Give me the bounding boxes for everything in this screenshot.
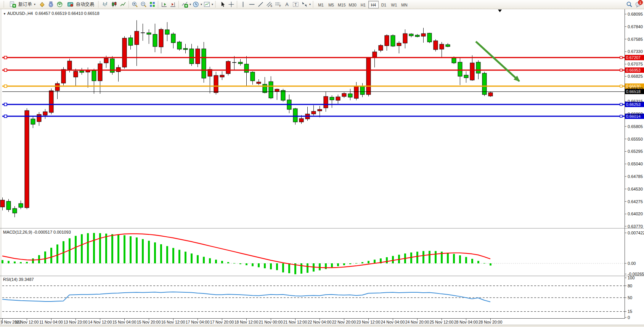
periods-icon[interactable] xyxy=(191,0,200,8)
new-order-button[interactable]: 新订单 ▾ xyxy=(6,0,37,8)
time-tick-label[interactable]: 18 Nov 12:00 xyxy=(234,320,259,324)
toolbar-grip[interactable] xyxy=(215,1,217,8)
zoom-out-icon[interactable] xyxy=(139,0,148,8)
toolbar-grip[interactable] xyxy=(98,1,100,8)
bullish-candle xyxy=(415,35,419,37)
time-tick-label[interactable]: 24 Nov 20:00 xyxy=(405,320,429,324)
time-tick-label[interactable]: 13 Nov 23:00 xyxy=(64,320,88,324)
time-tick-label[interactable]: 10 Nov 12:00 xyxy=(15,320,39,324)
timeframe-m5[interactable]: M5 xyxy=(326,1,336,8)
time-tick-label[interactable]: 21 Nov 12:00 xyxy=(283,320,307,324)
text-label-icon[interactable]: T xyxy=(291,0,300,8)
crosshair-icon[interactable] xyxy=(227,0,235,8)
auto-trading-button[interactable]: 自动交易 xyxy=(64,0,96,8)
timeframe-m15[interactable]: M15 xyxy=(336,1,347,8)
macd-histogram-bar xyxy=(288,263,290,273)
time-tick-label[interactable]: 24 Nov 04:00 xyxy=(381,320,405,324)
bullish-candle xyxy=(446,45,450,46)
timeframe-d1[interactable]: D1 xyxy=(379,1,389,8)
time-tick-label[interactable]: 28 Nov 04:00 xyxy=(454,320,478,324)
timeframe-mn[interactable]: MN xyxy=(399,1,410,8)
toolbar-grip[interactable] xyxy=(312,1,314,8)
time-tick-label[interactable]: 22 Nov 04:00 xyxy=(308,320,332,324)
vertical-line-icon[interactable] xyxy=(239,0,247,8)
notifications-button[interactable]: 1 xyxy=(634,0,642,8)
macd-histogram-bar xyxy=(93,233,95,263)
time-tick-label[interactable]: 21 Nov 00:00 xyxy=(259,320,283,324)
time-tick-label[interactable]: 15 Nov 04:00 xyxy=(112,320,137,324)
macd-histogram-bar xyxy=(361,262,363,263)
time-tick-label[interactable]: 17 Nov 20:00 xyxy=(210,320,234,324)
time-tick-label[interactable]: 28 Nov 20:00 xyxy=(479,320,503,324)
trendline-icon[interactable] xyxy=(256,0,265,8)
price-tick-label: 0.67330 xyxy=(628,49,643,54)
search-icon[interactable] xyxy=(625,0,633,8)
indicators-icon[interactable] xyxy=(180,0,189,8)
level-handle[interactable] xyxy=(4,56,7,59)
window-menu-icon[interactable]: ▼ xyxy=(3,12,6,16)
bearish-candle xyxy=(67,61,72,69)
templates-icon[interactable] xyxy=(202,0,211,8)
bearish-candle xyxy=(275,89,279,91)
timeframe-w1[interactable]: W1 xyxy=(389,1,399,8)
time-tick-label[interactable]: 11 Nov 04:00 xyxy=(39,320,63,324)
price-tick-label: 0.67840 xyxy=(628,24,643,29)
time-tick-label[interactable]: 23 Nov 12:00 xyxy=(357,320,381,324)
macd-histogram-bar xyxy=(471,259,473,263)
candlestick-chart-icon[interactable] xyxy=(110,0,118,8)
bearish-candle xyxy=(104,58,108,63)
chart-canvas[interactable]: 0.672070.669530.666300.662530.660140.665… xyxy=(0,0,644,327)
chart-shift-icon[interactable] xyxy=(169,0,177,8)
equidistant-channel-icon[interactable]: E xyxy=(265,0,273,8)
horizontal-line-icon[interactable] xyxy=(247,0,256,8)
navigator-icon[interactable] xyxy=(55,0,64,8)
time-tick-label[interactable]: 17 Nov 04:00 xyxy=(186,320,210,324)
time-tick-label[interactable]: 16 Nov 12:00 xyxy=(161,320,185,324)
level-handle[interactable] xyxy=(620,56,622,59)
timeframe-m30[interactable]: M30 xyxy=(347,1,358,8)
level-handle[interactable] xyxy=(4,85,7,88)
text-icon[interactable]: A xyxy=(283,0,291,8)
fibonacci-icon[interactable]: F xyxy=(274,0,282,8)
market-watch-icon[interactable] xyxy=(38,0,46,8)
timeframe-h4[interactable]: H4 xyxy=(368,1,379,8)
arrows-tool-icon[interactable] xyxy=(300,0,308,8)
chart-background xyxy=(0,9,644,327)
chevron-down-icon[interactable]: ▾ xyxy=(190,3,191,6)
time-tick-label[interactable]: 25 Nov 12:00 xyxy=(430,320,454,324)
timeframe-m1[interactable]: M1 xyxy=(316,1,326,8)
bearish-candle xyxy=(336,97,340,100)
bar-chart-icon[interactable] xyxy=(101,0,109,8)
line-chart-icon[interactable] xyxy=(119,0,127,8)
macd-histogram-bar xyxy=(50,248,52,263)
bullish-candle xyxy=(293,109,297,122)
level-handle[interactable] xyxy=(4,115,7,118)
level-handle[interactable] xyxy=(620,85,622,87)
rsi-tick-label: 15 xyxy=(628,309,632,314)
chevron-down-icon[interactable]: ▾ xyxy=(201,3,202,6)
level-handle[interactable] xyxy=(4,69,7,72)
chevron-down-icon[interactable]: ▾ xyxy=(309,3,311,6)
auto-scroll-icon[interactable] xyxy=(160,0,168,8)
toolbar-grip[interactable] xyxy=(3,1,5,8)
cursor-icon[interactable] xyxy=(218,0,226,8)
time-tick-label[interactable]: 15 Nov 20:00 xyxy=(137,320,161,324)
level-handle[interactable] xyxy=(4,103,7,106)
chevron-down-icon[interactable]: ▾ xyxy=(212,3,213,6)
level-handle[interactable] xyxy=(620,115,622,117)
bearish-candle xyxy=(342,93,346,96)
level-handle[interactable] xyxy=(620,69,622,71)
macd-histogram-bar xyxy=(130,236,132,263)
time-tick-label[interactable]: 14 Nov 12:00 xyxy=(88,320,112,324)
tile-windows-icon[interactable] xyxy=(148,0,156,8)
macd-histogram-bar xyxy=(258,263,260,267)
level-handle[interactable] xyxy=(620,103,622,106)
zoom-in-icon[interactable] xyxy=(130,0,139,8)
data-window-icon[interactable] xyxy=(47,0,55,8)
rsi-tick-label: 100 xyxy=(628,276,634,280)
time-tick-label[interactable]: 22 Nov 20:00 xyxy=(332,320,356,324)
macd-tick-label: 0.00 xyxy=(628,261,636,266)
bearish-candle xyxy=(61,69,66,83)
timeframe-h1[interactable]: H1 xyxy=(358,1,368,8)
bullish-candle xyxy=(244,64,249,72)
